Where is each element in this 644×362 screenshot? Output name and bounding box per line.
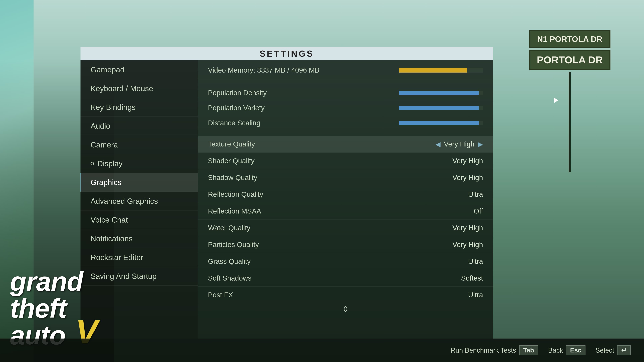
setting-value-6: Very High <box>452 241 483 249</box>
nav-item-keyboard-mouse[interactable]: Keyboard / Mouse <box>80 79 198 98</box>
nav-item-graphics[interactable]: Graphics <box>80 173 198 192</box>
settings-panel: SETTINGS GamepadKeyboard / MouseKey Bind… <box>80 47 493 339</box>
slider-bar-container-0 <box>399 91 483 95</box>
video-memory-row: Video Memory: 3337 MB / 4096 MB <box>208 66 483 74</box>
bottom-action-2[interactable]: Select↵ <box>596 345 630 355</box>
settings-nav: GamepadKeyboard / MouseKey BindingsAudio… <box>80 60 198 339</box>
video-memory-bar-container <box>399 68 483 72</box>
setting-value-3: Ultra <box>468 190 483 198</box>
setting-label-7: Grass Quality <box>208 257 250 266</box>
bottom-action-label-2: Select <box>596 347 614 354</box>
gta-logo: grand theft auto <box>10 268 83 349</box>
setting-row-4[interactable]: Reflection MSAAOff <box>198 203 493 220</box>
nav-item-saving-startup[interactable]: Saving And Startup <box>80 267 198 286</box>
bottom-action-key-1: Esc <box>566 346 586 355</box>
video-memory-bar <box>399 68 467 72</box>
settings-rows: Texture Quality◀Very High▶Shader Quality… <box>198 136 493 303</box>
bottom-action-1[interactable]: BackEsc <box>548 346 586 355</box>
scroll-arrows-icon: ⇕ <box>342 304 349 314</box>
nav-item-advanced-graphics[interactable]: Advanced Graphics <box>80 192 198 211</box>
setting-row-3[interactable]: Reflection QualityUltra <box>198 186 493 203</box>
setting-row-6[interactable]: Particles QualityVery High <box>198 236 493 253</box>
setting-row-8[interactable]: Soft ShadowsSoftest <box>198 270 493 287</box>
slider-bar-fill-2 <box>399 121 479 125</box>
setting-value-5: Very High <box>452 224 483 232</box>
setting-label-6: Particles Quality <box>208 241 259 249</box>
slider-bar-fill-0 <box>399 91 479 95</box>
setting-label-2: Shadow Quality <box>208 174 257 182</box>
slider-label-0: Population Density <box>208 89 267 97</box>
mouse-cursor <box>553 97 557 101</box>
setting-value-text-0: Very High <box>444 140 474 148</box>
slider-label-2: Distance Scaling <box>208 119 260 127</box>
nav-item-audio[interactable]: Audio <box>80 117 198 135</box>
setting-value-0: ◀Very High▶ <box>435 140 483 148</box>
street-sign-board-bottom: PORTOLA DR <box>529 50 610 70</box>
arrow-right-icon-0[interactable]: ▶ <box>478 140 483 148</box>
street-sign: N1 PORTOLA DR PORTOLA DR <box>529 30 610 172</box>
nav-item-voice-chat[interactable]: Voice Chat <box>80 211 198 229</box>
slider-row-1[interactable]: Population Variety <box>208 100 483 115</box>
arrow-left-icon-0[interactable]: ◀ <box>435 140 440 148</box>
nav-item-rockstar-editor[interactable]: Rockstar Editor <box>80 248 198 267</box>
nav-item-label-key-bindings: Key Bindings <box>90 103 136 112</box>
bottom-action-key-0: Tab <box>519 346 538 355</box>
setting-value-9: Ultra <box>468 291 483 299</box>
settings-body: GamepadKeyboard / MouseKey BindingsAudio… <box>80 60 493 339</box>
nav-item-label-audio: Audio <box>90 121 110 131</box>
street-sign-post <box>569 72 571 172</box>
nav-item-label-keyboard-mouse: Keyboard / Mouse <box>90 84 153 93</box>
sliders-section: Population DensityPopulation VarietyDist… <box>198 80 493 136</box>
scroll-indicator: ⇕ <box>198 303 493 315</box>
nav-item-label-notifications: Notifications <box>90 234 133 243</box>
setting-value-1: Very High <box>452 157 483 165</box>
settings-title-bar: SETTINGS <box>80 47 493 60</box>
setting-label-5: Water Quality <box>208 224 250 232</box>
nav-item-gamepad[interactable]: Gamepad <box>80 60 198 79</box>
street-sign-board-top: N1 PORTOLA DR <box>529 30 610 48</box>
nav-item-label-camera: Camera <box>90 140 118 149</box>
gta-logo-theft: theft <box>10 295 83 322</box>
setting-label-0: Texture Quality <box>208 140 255 148</box>
settings-title: SETTINGS <box>260 49 314 59</box>
slider-label-1: Population Variety <box>208 104 265 112</box>
nav-item-notifications[interactable]: Notifications <box>80 229 198 248</box>
slider-row-0[interactable]: Population Density <box>208 85 483 100</box>
setting-row-1[interactable]: Shader QualityVery High <box>198 152 493 169</box>
setting-value-4: Off <box>474 207 483 215</box>
setting-label-3: Reflection Quality <box>208 190 263 198</box>
nav-item-label-gamepad: Gamepad <box>90 65 124 74</box>
settings-content: Video Memory: 3337 MB / 4096 MB Populati… <box>198 60 493 339</box>
bottom-action-key-2: ↵ <box>617 345 630 355</box>
setting-row-0[interactable]: Texture Quality◀Very High▶ <box>198 136 493 152</box>
slider-row-2[interactable]: Distance Scaling <box>208 115 483 131</box>
bottom-action-label-0: Run Benchmark Tests <box>451 347 516 354</box>
slider-bar-fill-1 <box>399 106 479 110</box>
slider-bar-container-1 <box>399 106 483 110</box>
setting-row-9[interactable]: Post FXUltra <box>198 287 493 303</box>
nav-item-display[interactable]: Display <box>80 154 198 173</box>
nav-item-camera[interactable]: Camera <box>80 135 198 154</box>
bottom-action-0[interactable]: Run Benchmark TestsTab <box>451 346 538 355</box>
video-memory-section: Video Memory: 3337 MB / 4096 MB <box>198 60 493 80</box>
setting-row-5[interactable]: Water QualityVery High <box>198 220 493 236</box>
nav-item-label-rockstar-editor: Rockstar Editor <box>90 253 143 262</box>
setting-row-7[interactable]: Grass QualityUltra <box>198 253 493 270</box>
setting-label-1: Shader Quality <box>208 157 254 165</box>
setting-row-2[interactable]: Shadow QualityVery High <box>198 169 493 186</box>
setting-label-9: Post FX <box>208 291 233 299</box>
nav-item-label-advanced-graphics: Advanced Graphics <box>90 197 158 206</box>
video-memory-label: Video Memory: 3337 MB / 4096 MB <box>208 66 320 74</box>
setting-value-7: Ultra <box>468 257 483 266</box>
nav-item-label-saving-startup: Saving And Startup <box>90 272 157 281</box>
setting-value-8: Softest <box>461 274 483 282</box>
setting-value-2: Very High <box>452 174 483 182</box>
street-sign-number: N1 PORTOLA DR <box>537 34 603 44</box>
street-sign-name: PORTOLA DR <box>537 54 603 66</box>
setting-label-8: Soft Shadows <box>208 274 252 282</box>
setting-label-4: Reflection MSAA <box>208 207 261 215</box>
nav-item-label-graphics: Graphics <box>90 178 122 187</box>
bottom-action-label-1: Back <box>548 347 563 354</box>
nav-item-key-bindings[interactable]: Key Bindings <box>80 98 198 117</box>
bottom-bar: Run Benchmark TestsTabBackEscSelect↵ <box>0 339 644 362</box>
